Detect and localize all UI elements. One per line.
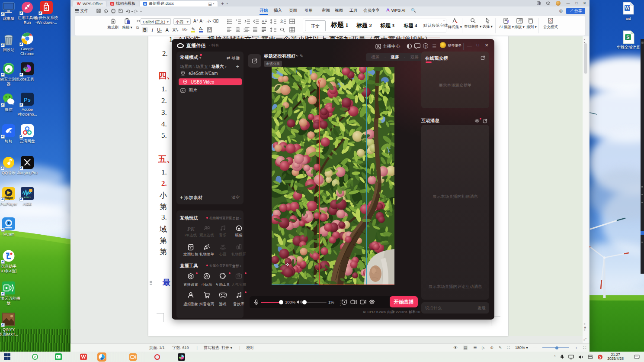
svg-text:e: e xyxy=(34,355,36,359)
svg-text:Ps: Ps xyxy=(24,97,31,103)
svg-text:e: e xyxy=(45,6,47,10)
svg-text:文: 文 xyxy=(280,19,284,23)
svg-text:AIZB 3: AIZB 3 xyxy=(24,196,31,199)
svg-text:D: D xyxy=(112,3,113,5)
svg-text:W: W xyxy=(625,5,630,10)
svg-text:OBS: OBS xyxy=(25,68,28,69)
svg-text:S: S xyxy=(599,355,601,359)
svg-text:A: A xyxy=(262,19,264,23)
svg-text:W: W xyxy=(144,3,147,5)
svg-text:S: S xyxy=(626,35,629,40)
svg-text:e: e xyxy=(7,66,10,72)
